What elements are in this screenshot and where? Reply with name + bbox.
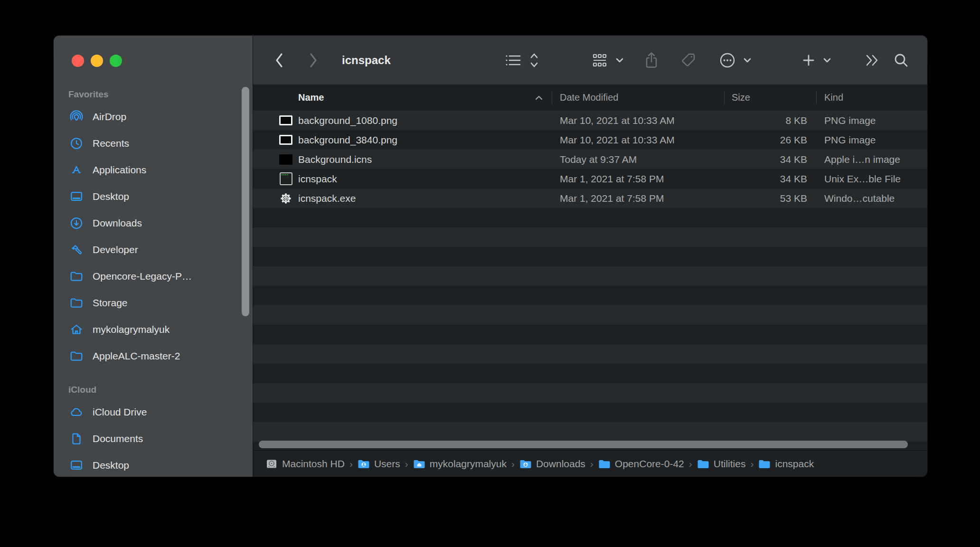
window-title: icnspack: [342, 54, 391, 67]
unix-executable-icon: [280, 172, 292, 185]
plus-icon: [801, 53, 816, 67]
back-button[interactable]: [273, 51, 285, 70]
tag-icon: [679, 52, 697, 69]
add-button[interactable]: [801, 53, 816, 67]
hammer-icon: [69, 243, 84, 257]
breadcrumb-separator: ›: [511, 458, 515, 470]
icns-image-icon: [279, 154, 292, 165]
sidebar-item-icloud-drive[interactable]: iCloud Drive: [54, 399, 244, 425]
toolbar-overflow-button[interactable]: [864, 53, 880, 67]
sidebar-item-storage[interactable]: Storage: [54, 290, 244, 316]
add-chevron[interactable]: [823, 57, 831, 63]
file-row[interactable]: icnspack.exeMar 1, 2021 at 7:58 PM53 KBW…: [253, 189, 927, 208]
toolbar: icnspack: [253, 36, 927, 85]
empty-row-stripe: [253, 305, 927, 325]
sidebar-item-opencore-legacy-p-[interactable]: Opencore-Legacy-P…: [54, 263, 244, 290]
group-button[interactable]: [592, 53, 608, 68]
breadcrumb-item-macintosh-hd[interactable]: Macintosh HD: [265, 458, 345, 470]
sidebar-item-documents[interactable]: Documents: [54, 425, 244, 452]
column-divider[interactable]: [724, 91, 725, 104]
breadcrumb-separator: ›: [349, 458, 353, 470]
breadcrumb-item-utilities[interactable]: Utilities: [697, 458, 746, 470]
sidebar-item-developer[interactable]: Developer: [54, 236, 244, 263]
file-name: icnspack.exe: [298, 189, 356, 208]
appstore-icon: [69, 163, 84, 177]
sort-ascending-icon: [534, 85, 544, 111]
breadcrumb-separator: ›: [590, 458, 594, 470]
breadcrumb-separator: ›: [405, 458, 408, 470]
finder-window: FavoritesAirDropRecentsApplicationsDeskt…: [54, 36, 927, 477]
chevron-left-icon: [277, 54, 282, 66]
file-size: 8 KB: [724, 111, 807, 130]
download-circle-icon: [69, 216, 84, 230]
breadcrumb-label: Macintosh HD: [282, 458, 345, 470]
sidebar-item-label: Desktop: [93, 191, 129, 202]
column-header-size[interactable]: Size: [732, 85, 750, 111]
breadcrumb-label: Utilities: [714, 458, 746, 470]
sidebar-item-applealc-master-2[interactable]: AppleALC-master-2: [54, 343, 244, 369]
chevron-right-icon: [311, 54, 316, 66]
folder-download-icon: [519, 458, 532, 470]
view-mode-stepper[interactable]: [529, 52, 539, 69]
breadcrumb-item-mykolagrymalyuk[interactable]: mykolagrymalyuk: [413, 458, 507, 470]
sidebar-item-label: Applications: [93, 164, 146, 176]
file-row[interactable]: Background.icnsToday at 9:37 AM34 KBAppl…: [253, 150, 927, 169]
minimize-button[interactable]: [91, 55, 103, 67]
file-row[interactable]: background_3840.pngMar 10, 2021 at 10:33…: [253, 130, 927, 150]
drive-icon: [265, 458, 278, 470]
folder-filled-icon: [598, 458, 611, 470]
forward-button[interactable]: [307, 51, 320, 70]
sidebar-item-label: Storage: [93, 297, 128, 309]
clock-icon: [69, 136, 84, 151]
file-list: background_1080.pngMar 10, 2021 at 10:33…: [253, 111, 927, 450]
breadcrumb-item-downloads[interactable]: Downloads: [519, 458, 585, 470]
file-date: Mar 10, 2021 at 10:33 AM: [560, 130, 675, 150]
sidebar-item-label: Documents: [93, 433, 143, 444]
sidebar-item-applications[interactable]: Applications: [54, 157, 244, 183]
breadcrumb-separator: ›: [689, 458, 692, 470]
sidebar-section: iCloudiCloud DriveDocumentsDesktop: [54, 380, 244, 477]
sidebar-item-airdrop[interactable]: AirDrop: [54, 104, 244, 130]
column-header-kind[interactable]: Kind: [824, 85, 843, 111]
sidebar-item-label: Downloads: [93, 217, 142, 229]
sidebar-item-recents[interactable]: Recents: [54, 130, 244, 157]
view-mode-button[interactable]: [504, 53, 521, 68]
ellipsis-circle-icon: [718, 51, 736, 69]
breadcrumb-item-opencore-0-42[interactable]: OpenCore-0-42: [598, 458, 684, 470]
close-button[interactable]: [72, 55, 84, 67]
sidebar-item-desktop[interactable]: Desktop: [54, 183, 244, 210]
column-header-date[interactable]: Date Modified: [560, 85, 618, 111]
column-divider[interactable]: [816, 91, 817, 104]
zoom-button[interactable]: [110, 55, 122, 67]
folder-user-icon: [358, 458, 370, 470]
sidebar-item-label: iCloud Drive: [93, 406, 147, 418]
sidebar-item-mykolagrymalyuk[interactable]: mykolagrymalyuk: [54, 316, 244, 343]
desktop-icon: [69, 458, 84, 472]
breadcrumb-item-users[interactable]: Users: [358, 458, 400, 470]
breadcrumb-separator: ›: [750, 458, 754, 470]
file-size: 34 KB: [724, 150, 807, 169]
sidebar-section: FavoritesAirDropRecentsApplicationsDeskt…: [54, 85, 244, 369]
breadcrumb-label: icnspack: [775, 458, 814, 470]
sidebar-scrollbar[interactable]: [242, 87, 249, 316]
empty-row-stripe: [253, 286, 927, 305]
sidebar-item-downloads[interactable]: Downloads: [54, 210, 244, 236]
horizontal-scrollbar[interactable]: [259, 441, 908, 448]
sidebar-section-label: Favorites: [54, 85, 244, 104]
share-button[interactable]: [644, 51, 659, 69]
file-row[interactable]: icnspackMar 1, 2021 at 7:58 PM34 KBUnix …: [253, 169, 927, 189]
list-header: Name Date Modified Size Kind: [253, 85, 927, 112]
column-header-name[interactable]: Name: [298, 85, 324, 111]
more-actions-chevron[interactable]: [743, 57, 752, 63]
gear-executable-icon: [279, 192, 292, 205]
breadcrumb-item-icnspack[interactable]: icnspack: [758, 458, 814, 470]
tag-button[interactable]: [679, 52, 697, 69]
group-chevron[interactable]: [615, 57, 624, 63]
more-actions-button[interactable]: [718, 51, 736, 69]
search-button[interactable]: [893, 52, 909, 68]
file-row[interactable]: background_1080.pngMar 10, 2021 at 10:33…: [253, 111, 927, 130]
sidebar: FavoritesAirDropRecentsApplicationsDeskt…: [54, 36, 253, 477]
column-divider[interactable]: [552, 91, 552, 104]
folder-filled-icon: [758, 458, 771, 470]
sidebar-item-desktop[interactable]: Desktop: [54, 452, 244, 477]
